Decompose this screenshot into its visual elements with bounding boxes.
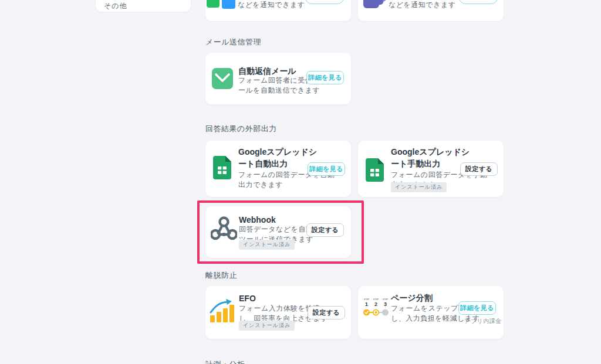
detail-button[interactable] [459, 0, 498, 4]
page-split-title: ページ分割 [391, 292, 433, 304]
google-sheets-icon [366, 158, 384, 182]
configure-button[interactable]: 設定する [306, 223, 344, 237]
section-header-output: 回答結果の外部出力 [205, 124, 277, 134]
notification-card-2-desc: などを通知できます [389, 0, 455, 10]
installed-badge: インストール済み [391, 182, 447, 192]
auto-mail-title: 自動返信メール [238, 65, 296, 77]
svg-text:STEP: STEP [364, 298, 370, 301]
chat-app-icon [222, 0, 235, 9]
webhook-title: Webhook [239, 214, 276, 226]
detail-button[interactable]: 詳細を見る [308, 162, 345, 176]
chat-app-icon [207, 0, 220, 8]
detail-button[interactable]: 詳細を見る [458, 301, 496, 315]
in-app-purchase-note: アプリ内課金 [464, 317, 502, 325]
configure-button[interactable]: 設定する [460, 162, 498, 176]
section-header-bottom-partial: 計測・分析 [205, 359, 245, 364]
steps-icon: STEP STEP STEP 1 2 3 [362, 297, 390, 318]
webhook-icon [211, 216, 237, 240]
svg-text:STEP: STEP [373, 298, 379, 301]
efo-title: EFO [239, 292, 256, 304]
app-marketplace-page: その他 などを通知できます などを通知できます メール送信管理 自動返信メール … [0, 0, 601, 364]
bar-chart-arrow-icon [210, 298, 237, 322]
svg-text:3: 3 [384, 301, 387, 307]
detail-button[interactable]: 詳細を見る [306, 71, 344, 84]
svg-text:STEP: STEP [383, 298, 389, 301]
installed-badge: インストール済み [239, 321, 295, 331]
installed-badge: インストール済み [239, 240, 295, 250]
gs-auto-title: Googleスプレッドシ ート自動出力 [238, 146, 317, 169]
svg-text:1: 1 [365, 301, 368, 307]
section-header-mail: メール送信管理 [205, 37, 261, 47]
teams-app-icon [373, 0, 383, 5]
envelope-icon [212, 68, 233, 89]
notification-card-1-desc: などを通知できます [238, 0, 305, 10]
sidebar-item-other[interactable]: その他 [104, 1, 127, 11]
gs-manual-title: Googleスプレッドシ ート手動出力 [391, 146, 470, 169]
configure-button[interactable]: 設定する [308, 306, 345, 319]
detail-button[interactable] [305, 0, 344, 4]
svg-text:2: 2 [374, 301, 377, 307]
section-header-exit: 離脱防止 [205, 270, 237, 281]
google-sheets-icon [213, 156, 231, 179]
